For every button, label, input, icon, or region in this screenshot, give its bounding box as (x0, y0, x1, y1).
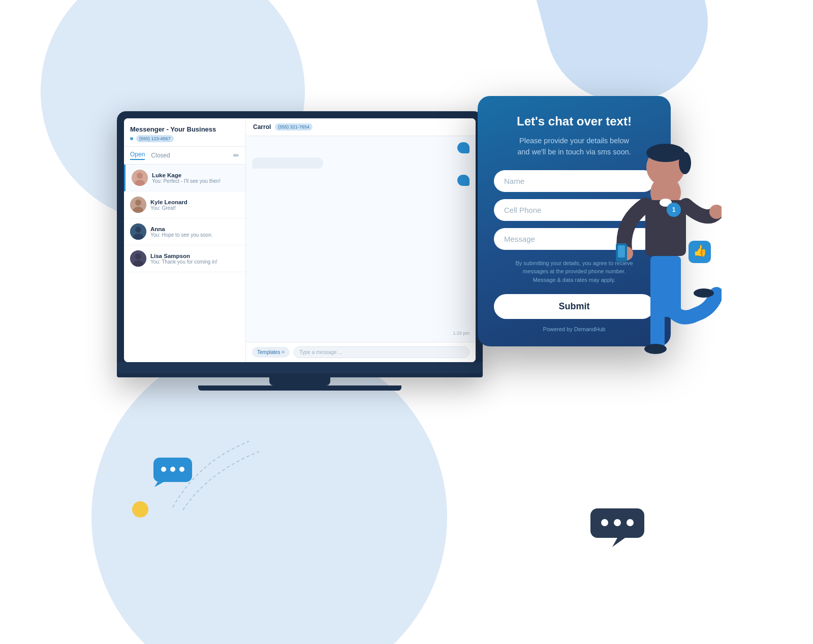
svg-point-7 (135, 227, 141, 233)
svg-point-20 (614, 519, 621, 526)
message-bubble-outgoing-1 (457, 142, 470, 153)
contact-name: Luke Kage (152, 172, 239, 178)
message-bubble-outgoing-2 (457, 175, 470, 186)
contact-preview: You: Thank you for coming in! (150, 259, 239, 265)
laptop-foot (198, 385, 401, 391)
svg-point-35 (694, 288, 714, 298)
person-illustration: 👍 (610, 121, 722, 416)
laptop-base (117, 362, 483, 373)
contact-preview: You: Hope to see you soon. (150, 232, 239, 238)
message-input-placeholder: Type a message ... (299, 349, 342, 355)
svg-text:👍: 👍 (693, 244, 707, 257)
message-placeholder: Message (504, 235, 535, 243)
phone-placeholder: Cell Phone (504, 206, 541, 214)
tab-closed[interactable]: Closed (151, 152, 170, 159)
svg-point-34 (644, 344, 667, 354)
svg-point-1 (137, 173, 143, 179)
avatar (132, 170, 148, 186)
messenger-sidebar: Messenger - Your Business (555) 123-4567… (124, 118, 246, 362)
contact-item[interactable]: Lisa Sampson You: Thank you for coming i… (124, 245, 245, 272)
messenger-app: Messenger - Your Business (555) 123-4567… (124, 118, 476, 362)
phone-number-badge: (555) 123-4567 (136, 135, 174, 142)
gold-circle-decoration (132, 501, 148, 518)
laptop-screen-inner: Messenger - Your Business (555) 123-4567… (124, 118, 476, 362)
messenger-tabs: Open Closed ✏ (124, 147, 245, 165)
chat-contact-name: Carrol (253, 123, 271, 131)
contact-preview: You: Perfect - I'll see you then! (152, 178, 239, 184)
contact-item[interactable]: Anna You: Hope to see you soon. (124, 218, 245, 245)
message-timestamp: 1:25 pm (453, 331, 470, 336)
message-bubble-incoming (252, 157, 323, 169)
contact-info: Lisa Sampson You: Thank you for coming i… (150, 253, 239, 265)
svg-point-24 (646, 144, 685, 162)
message-input[interactable]: Type a message ... (294, 346, 470, 358)
number-dot (130, 137, 133, 140)
chat-header: Carrol (555) 321-7654 (246, 118, 476, 136)
chat-input-bar: Templates = Type a message ... (246, 342, 476, 362)
avatar (130, 250, 146, 267)
laptop: Messenger - Your Business (555) 123-4567… (117, 111, 483, 391)
contact-preview: You: Great! (150, 205, 239, 211)
svg-marker-13 (154, 482, 164, 487)
contact-name: Kyle Leonard (150, 199, 239, 205)
svg-point-25 (679, 152, 691, 174)
tab-open[interactable]: Open (130, 151, 145, 160)
chat-bubble-icon (152, 457, 193, 487)
svg-point-16 (179, 467, 184, 472)
svg-marker-18 (612, 538, 625, 547)
avatar (130, 197, 146, 213)
contact-list: Luke Kage You: Perfect - I'll see you th… (124, 165, 245, 362)
templates-button[interactable]: Templates = (252, 347, 290, 358)
chat-phone-badge: (555) 321-7654 (275, 123, 312, 131)
chat-area: Carrol (555) 321-7654 1:25 pm (246, 118, 476, 362)
svg-point-4 (135, 200, 141, 206)
contact-item[interactable]: Kyle Leonard You: Great! (124, 191, 245, 218)
messenger-title: Messenger - Your Business (130, 125, 239, 133)
main-scene: Messenger - Your Business (555) 123-4567… (102, 81, 711, 563)
svg-point-21 (627, 519, 634, 526)
edit-icon[interactable]: ✏ (233, 151, 239, 159)
notification-badge: 1 (667, 203, 681, 217)
laptop-stand (269, 377, 330, 385)
contact-info: Anna You: Hope to see you soon. (150, 226, 239, 238)
contact-name: Lisa Sampson (150, 253, 239, 259)
laptop-screen-outer: Messenger - Your Business (555) 123-4567… (117, 111, 483, 377)
chat-bubble-dark (589, 507, 645, 548)
contact-info: Kyle Leonard You: Great! (150, 199, 239, 211)
chat-messages: 1:25 pm (246, 136, 476, 342)
messenger-number-row: (555) 123-4567 (130, 135, 239, 142)
contact-name: Anna (150, 226, 239, 232)
chat-bubble-left (152, 457, 193, 487)
avatar (130, 223, 146, 240)
svg-point-14 (161, 467, 166, 472)
svg-rect-31 (618, 245, 625, 257)
name-placeholder: Name (504, 177, 524, 185)
svg-point-10 (135, 253, 141, 260)
svg-point-15 (170, 467, 175, 472)
messenger-header: Messenger - Your Business (555) 123-4567 (124, 118, 245, 147)
svg-point-19 (601, 519, 608, 526)
contact-item[interactable]: Luke Kage You: Perfect - I'll see you th… (124, 165, 245, 191)
contact-info: Luke Kage You: Perfect - I'll see you th… (152, 172, 239, 184)
